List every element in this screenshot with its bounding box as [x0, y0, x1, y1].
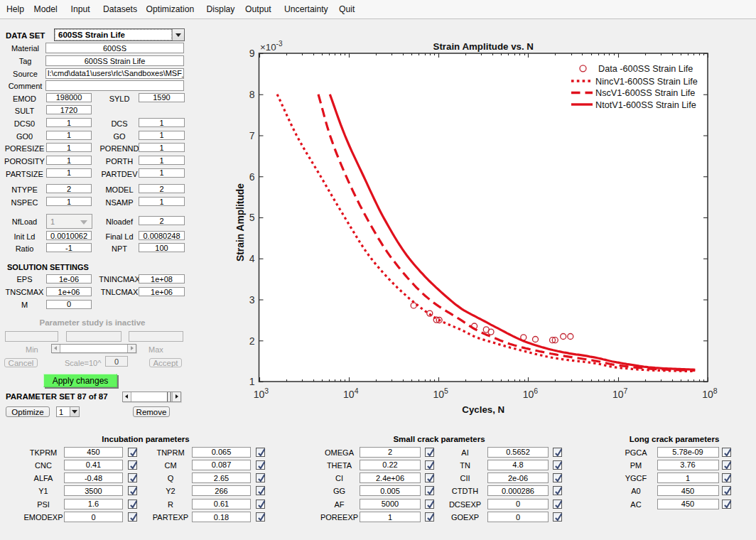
a0-checkbox[interactable] [722, 486, 731, 495]
scale-input[interactable]: 0 [105, 356, 128, 367]
check-icon [426, 500, 435, 509]
field-tkprm[interactable]: 450 [64, 447, 123, 458]
menu-item-quit[interactable]: Quit [339, 4, 355, 14]
optimize-button[interactable]: Optimize [6, 406, 50, 417]
emodexp-checkbox[interactable] [128, 512, 137, 522]
label-dcsexp: DCSEXP [449, 500, 481, 509]
field-omega[interactable]: 2 [360, 447, 421, 458]
svg-text:2: 2 [249, 335, 255, 347]
q-checkbox[interactable] [256, 473, 265, 482]
field-ac[interactable]: 450 [657, 499, 719, 509]
label-cnc: CNC [35, 461, 52, 470]
legend-label: NincV1-600SS Strain Life [595, 77, 698, 87]
partexp-checkbox[interactable] [256, 512, 265, 522]
check-icon [256, 500, 266, 509]
check-icon [129, 474, 138, 483]
field-ai[interactable]: 0.5652 [487, 447, 549, 458]
cnc-checkbox[interactable] [128, 460, 137, 470]
field-pgca[interactable]: 5.78e-09 [657, 447, 719, 458]
tkprm-checkbox[interactable] [128, 448, 137, 457]
svg-text:3: 3 [249, 294, 255, 306]
field-pm[interactable]: 3.76 [657, 460, 719, 470]
ac-checkbox[interactable] [722, 500, 731, 509]
param-study-min-input[interactable] [5, 331, 58, 342]
gg-checkbox[interactable] [425, 486, 434, 495]
field-theta[interactable]: 0.22 [360, 460, 421, 470]
dataset-combobox-value: 600SS Strain Life [58, 31, 125, 39]
check-icon [426, 474, 435, 483]
omega-checkbox[interactable] [425, 448, 434, 457]
field-dcsexp[interactable]: 0 [487, 499, 549, 509]
apply-changes-button[interactable]: Apply changes [43, 374, 117, 387]
pm-checkbox[interactable] [722, 460, 731, 470]
field-y1[interactable]: 3500 [64, 485, 123, 496]
ygcf-checkbox[interactable] [722, 473, 731, 482]
menu-item-help[interactable]: Help [6, 4, 24, 14]
dataset-combobox-button[interactable] [172, 29, 184, 40]
check-icon [554, 500, 563, 509]
slider-left-arrow[interactable] [52, 345, 60, 352]
menu-item-display[interactable]: Display [207, 4, 235, 14]
menu-item-model[interactable]: Model [34, 4, 58, 14]
ai-checkbox[interactable] [553, 448, 562, 457]
menu-item-optimization[interactable]: Optimization [146, 4, 195, 14]
remove-button[interactable]: Remove [133, 406, 170, 417]
field-r[interactable]: 0.61 [192, 499, 251, 509]
ci-checkbox[interactable] [425, 473, 434, 482]
theta-checkbox[interactable] [425, 460, 434, 470]
field-y2[interactable]: 266 [192, 485, 251, 496]
field-tn[interactable]: 4.8 [487, 460, 549, 470]
field-cm[interactable]: 0.087 [192, 460, 251, 470]
field-poreexp[interactable]: 1 [360, 512, 421, 522]
cm-checkbox[interactable] [256, 460, 265, 470]
menu-item-input[interactable]: Input [71, 4, 90, 14]
param-study-max-input[interactable] [129, 331, 183, 342]
field-q[interactable]: 2.65 [192, 472, 251, 483]
field-ctdth[interactable]: 0.000286 [487, 485, 549, 496]
poreexp-checkbox[interactable] [425, 512, 434, 522]
slider-right-arrow[interactable] [172, 392, 180, 401]
param-study-value-input[interactable] [66, 331, 122, 342]
field-af[interactable]: 5000 [360, 499, 421, 509]
field-gg[interactable]: 0.005 [360, 485, 421, 496]
menu-item-uncertainty[interactable]: Uncertainty [284, 4, 328, 14]
tn-checkbox[interactable] [553, 460, 562, 470]
field-ygcf[interactable]: 1 [657, 472, 719, 483]
r-checkbox[interactable] [256, 500, 265, 509]
alfa-checkbox[interactable] [128, 473, 137, 482]
slider-left-arrow[interactable] [123, 392, 131, 401]
svg-text:6: 6 [249, 171, 255, 183]
field-cnc[interactable]: 0.41 [64, 460, 123, 470]
menu-item-datasets[interactable]: Datasets [103, 4, 137, 14]
menu-item-output[interactable]: Output [245, 4, 271, 14]
accept-button[interactable]: Accept [149, 358, 182, 367]
cii-checkbox[interactable] [553, 473, 562, 482]
dcsexp-checkbox[interactable] [553, 500, 562, 509]
psi-checkbox[interactable] [128, 500, 137, 509]
optimize-count-button[interactable] [70, 407, 79, 416]
optimize-count-combobox[interactable]: 1 [56, 406, 80, 417]
goexp-checkbox[interactable] [553, 512, 562, 522]
field-emodexp[interactable]: 0 [64, 512, 123, 522]
field-partexp[interactable]: 0.18 [192, 512, 251, 522]
cancel-button[interactable]: Cancel [4, 358, 38, 367]
field-cii[interactable]: 2e-06 [487, 472, 549, 483]
field-tnprm[interactable]: 0.065 [192, 447, 251, 458]
svg-text:1: 1 [249, 376, 255, 387]
af-checkbox[interactable] [425, 500, 434, 509]
param-study-slider[interactable] [51, 344, 136, 353]
y1-checkbox[interactable] [128, 486, 137, 495]
field-a0[interactable]: 450 [657, 485, 719, 496]
slider-thumb[interactable] [167, 392, 171, 401]
field-psi[interactable]: 1.6 [64, 499, 123, 509]
pgca-checkbox[interactable] [722, 448, 731, 457]
y2-checkbox[interactable] [256, 486, 265, 495]
tnprm-checkbox[interactable] [256, 448, 265, 457]
field-goexp[interactable]: 0 [487, 512, 549, 522]
field-ci[interactable]: 2.4e+06 [360, 472, 421, 483]
field-alfa[interactable]: -0.48 [64, 472, 123, 483]
parameter-set-slider[interactable] [122, 392, 181, 402]
dataset-combobox[interactable]: 600SS Strain Life [54, 28, 185, 41]
slider-right-arrow[interactable] [127, 345, 136, 352]
ctdth-checkbox[interactable] [553, 486, 562, 495]
